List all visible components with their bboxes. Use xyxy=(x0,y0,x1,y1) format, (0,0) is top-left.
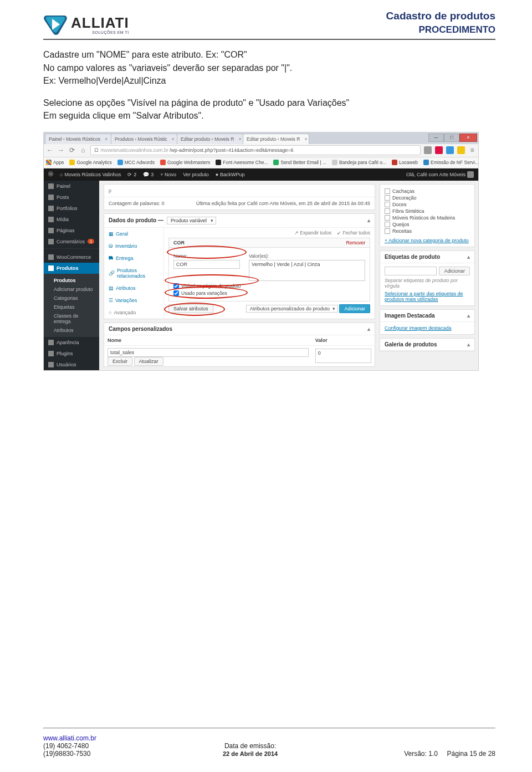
attr-type-select[interactable]: Atributos personalizados do produto xyxy=(246,305,338,313)
bookmark[interactable]: Google Webmasters xyxy=(160,160,210,165)
cf-delete[interactable]: Excluir xyxy=(108,357,132,366)
cf-value-input[interactable]: 0 xyxy=(315,349,371,363)
apps-button[interactable]: Apps xyxy=(46,160,64,165)
tab-entrega[interactable]: ⛟ Entrega xyxy=(104,252,163,264)
tags-popular-link[interactable]: Selecionar a partir das etiquetas de pro… xyxy=(385,291,470,302)
home-icon[interactable]: ⌂ xyxy=(79,146,87,154)
close-icon[interactable]: × xyxy=(171,136,174,142)
cb-variations[interactable] xyxy=(173,290,179,296)
wp-logo-icon[interactable]: ⓦ xyxy=(48,171,53,178)
window-maximize-icon[interactable]: □ xyxy=(444,134,459,142)
sidebar-item-paginas[interactable]: Páginas xyxy=(44,225,99,236)
extension-icon[interactable] xyxy=(446,146,454,154)
close-icon[interactable]: × xyxy=(105,136,108,142)
tags-input[interactable] xyxy=(385,267,437,275)
logo: ALLIATI SOLUÇÕES EM TI xyxy=(43,13,129,35)
extension-icon[interactable] xyxy=(424,146,432,154)
collapse-icon[interactable]: ▴ xyxy=(367,217,370,223)
sidebar-item-plugins[interactable]: Plugins xyxy=(44,348,99,359)
bookmark-label: Google Analytics xyxy=(76,160,111,165)
tab-avancado[interactable]: ○ Avançado xyxy=(104,306,163,319)
forward-icon[interactable]: → xyxy=(57,146,65,154)
sidebar-item-aparencia[interactable]: Aparência xyxy=(44,337,99,348)
sidebar-item-usuarios[interactable]: Usuários xyxy=(44,359,99,370)
wp-new[interactable]: + Novo xyxy=(160,172,176,177)
cat-item[interactable]: Decoração xyxy=(385,195,470,201)
sidebar-item-posts[interactable]: Posts xyxy=(44,192,99,203)
reload-icon[interactable]: ⟳ xyxy=(68,146,76,154)
sidebar-item-label: Aparência xyxy=(57,340,79,345)
attr-name-input[interactable]: COR xyxy=(173,260,240,269)
save-attributes-button[interactable]: Salvar atributos xyxy=(168,304,213,313)
cb-visible[interactable] xyxy=(173,283,179,289)
tab-inventario[interactable]: ⛁ Inventário xyxy=(104,240,163,252)
sidebar-item-portfolios[interactable]: Portfolios xyxy=(44,203,99,214)
expand-all[interactable]: ↗ Expandir todos xyxy=(294,230,331,236)
bookmark[interactable]: Font Awesome Che... xyxy=(216,160,268,165)
browser-tab[interactable]: Produtos ‹ Moveis Rústic× xyxy=(111,134,177,144)
collapse-icon[interactable]: ▴ xyxy=(467,254,470,260)
bookmark[interactable]: Emissão de NF Servi... xyxy=(423,160,478,165)
attribute-remove[interactable]: Remover xyxy=(346,240,365,246)
attr-values-input[interactable]: Vermelho | Verde | Azul | Cinza xyxy=(249,260,365,281)
browser-tab-active[interactable]: Editar produto ‹ Moveis R× xyxy=(243,134,309,144)
star-icon[interactable] xyxy=(457,146,465,154)
tags-add-button[interactable]: Adicionar xyxy=(439,267,470,275)
bookmark[interactable]: Google Analytics xyxy=(69,160,111,165)
cat-item[interactable]: Doces xyxy=(385,201,470,208)
wp-site-link[interactable]: ⌂ Moveis Rústicos Valinhos xyxy=(60,172,121,177)
cat-item[interactable]: Queijos xyxy=(385,221,470,228)
tab-produtos-rel[interactable]: 🔗 Produtos relacionados xyxy=(104,264,163,282)
sidebar-sub-etiquetas[interactable]: Etiquetas xyxy=(44,303,99,311)
add-category-link[interactable]: + Adicionar nova categoria de produto xyxy=(385,238,470,243)
close-icon[interactable]: × xyxy=(238,136,241,142)
sidebar-item-painel[interactable]: Painel xyxy=(44,181,99,192)
wp-backwpup[interactable]: ● BackWPup xyxy=(216,172,245,177)
bookmark[interactable]: Bandeja para Café o... xyxy=(332,160,386,165)
sidebar-sub-atributos[interactable]: Atributos xyxy=(44,326,99,335)
cat-item[interactable]: Fibra Sintética xyxy=(385,208,470,214)
wp-view-product[interactable]: Ver produto xyxy=(183,172,209,177)
window-close-icon[interactable]: × xyxy=(459,134,477,142)
sidebar-sub-produtos[interactable]: Produtos xyxy=(44,276,99,285)
sidebar-sub-classes[interactable]: Classes de entrega xyxy=(44,311,99,326)
tab-variacoes[interactable]: ☰ Variações xyxy=(104,294,163,306)
cat-item[interactable]: Receitas xyxy=(385,228,470,234)
wp-user-menu[interactable]: Olá, Café com Arte Móveis xyxy=(406,171,474,178)
featured-config-link[interactable]: Configurar imagem destacada xyxy=(385,325,452,331)
tab-geral[interactable]: ▦ Geral xyxy=(104,228,163,240)
footer-site-link[interactable]: www.alliati.com.br xyxy=(43,734,96,742)
close-icon[interactable]: × xyxy=(304,136,307,142)
bookmark[interactable]: Locaweb xyxy=(392,160,418,165)
back-icon[interactable]: ← xyxy=(46,146,54,154)
cf-update[interactable]: Atualizar xyxy=(134,357,163,366)
cat-item[interactable]: Móveis Rústicos de Madeira xyxy=(385,214,470,221)
sidebar-item-midia[interactable]: Mídia xyxy=(44,214,99,225)
sidebar-item-produtos[interactable]: Produtos xyxy=(44,263,99,274)
window-minimize-icon[interactable]: ─ xyxy=(428,134,444,142)
address-bar[interactable]: 🗋 moveisrusticosvalinhos.com.br/wp-admin… xyxy=(90,145,421,155)
collapse-icon[interactable]: ▴ xyxy=(367,326,370,332)
cf-name-input[interactable]: total_sales xyxy=(108,348,309,357)
cat-item[interactable]: Cachaças xyxy=(385,188,470,195)
tab-atributos[interactable]: ▤ Atributos xyxy=(104,282,163,294)
sidebar-sub-categorias[interactable]: Categorias xyxy=(44,294,99,303)
extension-icon[interactable] xyxy=(435,146,443,154)
browser-tab[interactable]: Editar produto ‹ Moveis R× xyxy=(177,134,243,144)
sidebar-sub-adicionar[interactable]: Adicionar produto xyxy=(44,285,99,294)
bookmark[interactable]: MCC Adwords xyxy=(117,160,155,165)
cat-label: Cachaças xyxy=(392,188,415,194)
collapse-icon[interactable]: ▴ xyxy=(467,313,470,319)
sidebar-item-comentarios[interactable]: Comentários 1 xyxy=(44,236,99,247)
bookmark[interactable]: Send Better Email | ... xyxy=(273,160,326,165)
wp-updates[interactable]: ⟳ 2 xyxy=(127,172,136,177)
add-attribute-button[interactable]: Adicionar xyxy=(339,304,370,313)
wp-comments[interactable]: 💬 3 xyxy=(143,172,154,177)
collapse-icon[interactable]: ▴ xyxy=(467,341,470,347)
close-all[interactable]: ↙ Fechar todos xyxy=(337,230,370,236)
sidebar-item-woocommerce[interactable]: WooCommerce xyxy=(44,252,99,263)
menu-icon[interactable]: ≡ xyxy=(468,146,476,154)
footer-tel2: (19)98830-7530 xyxy=(43,750,90,758)
browser-tab[interactable]: Painel ‹ Moveis Rústicos× xyxy=(45,134,111,144)
product-type-select[interactable]: Produto variável xyxy=(167,217,216,224)
